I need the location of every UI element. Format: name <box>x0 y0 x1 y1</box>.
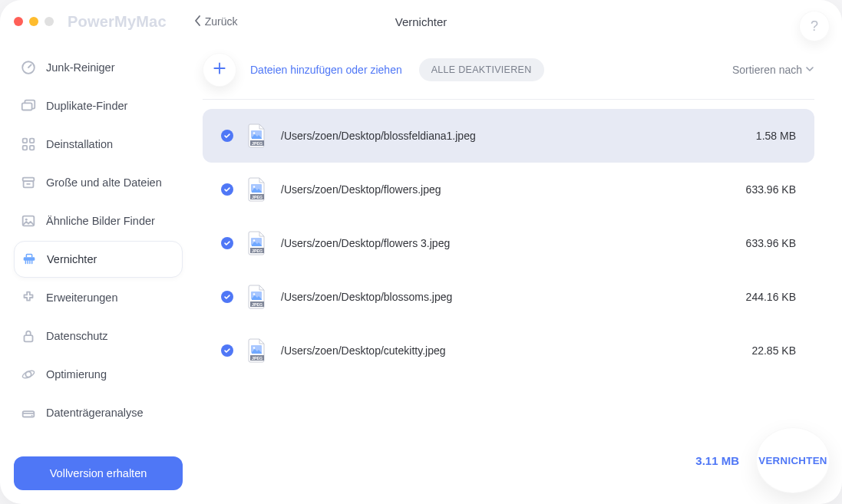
sidebar-item-gro-e-und-alte-dateien[interactable]: Große und alte Dateien <box>14 164 183 201</box>
jpeg-file-icon: JPEG <box>247 338 267 363</box>
back-label: Zurück <box>205 15 238 28</box>
sidebar-list: Junk-Reiniger Duplikate-Finder Deinstall… <box>14 49 183 447</box>
plus-icon <box>212 61 227 79</box>
svg-rect-14 <box>23 411 35 417</box>
shred-action-button[interactable]: VERNICHTEN <box>756 427 830 493</box>
svg-rect-4 <box>23 146 28 150</box>
help-icon: ? <box>811 18 818 35</box>
file-row[interactable]: JPEG /Users/zoen/Desktop/blossfeldiana1.… <box>203 109 814 163</box>
main-content: Dateien hinzufügen oder ziehen ALLE DEAK… <box>183 43 842 504</box>
archive-icon <box>20 174 37 191</box>
file-row[interactable]: JPEG /Users/zoen/Desktop/flowers 3.jpeg … <box>203 216 814 270</box>
svg-text:JPEG: JPEG <box>252 356 263 361</box>
full-version-button[interactable]: Vollversion erhalten <box>14 456 183 490</box>
file-path: /Users/zoen/Desktop/flowers 3.jpeg <box>281 237 713 249</box>
sidebar-item-label: Erweiterungen <box>46 292 118 304</box>
app-window: PowerMyMac Zurück Vernichter ? Junk-Rein… <box>0 0 842 504</box>
shredder-icon <box>21 251 38 268</box>
svg-rect-3 <box>30 139 35 143</box>
add-files-button[interactable] <box>203 53 236 87</box>
svg-point-17 <box>253 132 256 134</box>
orbit-icon <box>20 366 37 383</box>
full-version-label: Vollversion erhalten <box>50 467 147 479</box>
svg-point-15 <box>31 415 33 417</box>
file-row[interactable]: JPEG /Users/zoen/Desktop/flowers.jpeg 63… <box>203 163 814 216</box>
file-size: 1.58 MB <box>727 130 796 142</box>
file-path: /Users/zoen/Desktop/blossoms.jpeg <box>281 291 713 303</box>
minimize-window-button[interactable] <box>29 17 38 26</box>
svg-point-25 <box>253 239 256 242</box>
jpeg-file-icon: JPEG <box>247 231 267 255</box>
sidebar-item-erweiterungen[interactable]: Erweiterungen <box>14 279 183 316</box>
sidebar-item-duplikate-finder[interactable]: Duplikate-Finder <box>14 87 183 124</box>
sidebar-item-datentr-geranalyse[interactable]: Datenträgeranalyse <box>14 394 183 431</box>
gauge-icon <box>20 59 37 76</box>
jpeg-file-icon: JPEG <box>247 177 267 202</box>
sidebar-item-label: Datenschutz <box>46 330 108 342</box>
close-window-button[interactable] <box>14 17 23 26</box>
chevron-left-icon <box>194 15 202 28</box>
jpeg-file-icon: JPEG <box>247 124 267 148</box>
sort-label: Sortieren nach <box>732 64 802 76</box>
page-title: Vernichter <box>395 15 447 28</box>
toggle-all-button[interactable]: ALLE DEAKTIVIEREN <box>419 58 544 81</box>
lock-icon <box>20 328 37 344</box>
sidebar-item-label: Ähnliche Bilder Finder <box>46 215 155 227</box>
sidebar-item-label: Junk-Reiniger <box>46 61 114 74</box>
svg-point-9 <box>25 219 28 221</box>
svg-point-13 <box>21 369 35 380</box>
svg-rect-2 <box>23 139 28 143</box>
svg-text:JPEG: JPEG <box>252 249 263 253</box>
titlebar: PowerMyMac Zurück Vernichter ? <box>0 0 842 43</box>
file-row[interactable]: JPEG /Users/zoen/Desktop/blossoms.jpeg 2… <box>203 270 814 324</box>
file-checkbox[interactable] <box>221 130 233 142</box>
sidebar-item-optimierung[interactable]: Optimierung <box>14 356 183 393</box>
grid-icon <box>20 136 37 153</box>
folders-icon <box>20 97 37 114</box>
sidebar-item-label: Große und alte Dateien <box>46 176 162 189</box>
file-path: /Users/zoen/Desktop/blossfeldiana1.jpeg <box>281 130 713 142</box>
file-list: JPEG /Users/zoen/Desktop/blossfeldiana1.… <box>203 109 814 377</box>
sidebar-item-datenschutz[interactable]: Datenschutz <box>14 318 183 354</box>
toolbar: Dateien hinzufügen oder ziehen ALLE DEAK… <box>203 49 814 100</box>
svg-point-21 <box>253 186 256 188</box>
footer: 3.11 MB VERNICHTEN <box>695 427 830 493</box>
extension-icon <box>20 289 37 306</box>
svg-point-33 <box>253 347 256 349</box>
sidebar-item-vernichter[interactable]: Vernichter <box>14 241 183 278</box>
svg-text:JPEG: JPEG <box>252 141 263 146</box>
svg-rect-10 <box>24 257 35 261</box>
sort-dropdown[interactable]: Sortieren nach <box>732 64 814 76</box>
add-files-label[interactable]: Dateien hinzufügen oder ziehen <box>250 64 402 76</box>
shred-action-label: VERNICHTEN <box>758 455 827 466</box>
svg-text:JPEG: JPEG <box>252 195 263 199</box>
file-size: 244.16 KB <box>727 291 796 303</box>
sidebar-item-label: Duplikate-Finder <box>46 100 127 112</box>
sidebar-item-label: Deinstallation <box>46 138 113 150</box>
file-checkbox[interactable] <box>221 344 233 357</box>
file-row[interactable]: JPEG /Users/zoen/Desktop/cutekitty.jpeg … <box>203 324 814 377</box>
file-checkbox[interactable] <box>221 183 233 196</box>
file-checkbox[interactable] <box>221 237 233 249</box>
chevron-down-icon <box>805 64 814 76</box>
help-button[interactable]: ? <box>799 11 830 41</box>
back-button[interactable]: Zurück <box>194 15 238 28</box>
zoom-window-button[interactable] <box>45 17 54 26</box>
sidebar-item-label: Optimierung <box>46 368 107 380</box>
svg-point-29 <box>253 293 256 295</box>
body: Junk-Reiniger Duplikate-Finder Deinstall… <box>0 43 842 504</box>
file-checkbox[interactable] <box>221 291 233 303</box>
file-size: 633.96 KB <box>727 183 796 196</box>
svg-text:JPEG: JPEG <box>252 302 263 307</box>
svg-rect-5 <box>30 146 35 150</box>
sidebar-item-junk-reiniger[interactable]: Junk-Reiniger <box>14 49 183 86</box>
file-path: /Users/zoen/Desktop/flowers.jpeg <box>281 183 713 196</box>
window-controls <box>14 17 54 26</box>
image-icon <box>20 212 37 229</box>
svg-rect-11 <box>25 335 33 341</box>
sidebar-item--hnliche-bilder-finder[interactable]: Ähnliche Bilder Finder <box>14 203 183 239</box>
sidebar-item-label: Datenträgeranalyse <box>46 407 144 419</box>
sidebar-item-deinstallation[interactable]: Deinstallation <box>14 126 183 163</box>
file-size: 22.85 KB <box>727 344 796 357</box>
sidebar: Junk-Reiniger Duplikate-Finder Deinstall… <box>0 43 183 504</box>
